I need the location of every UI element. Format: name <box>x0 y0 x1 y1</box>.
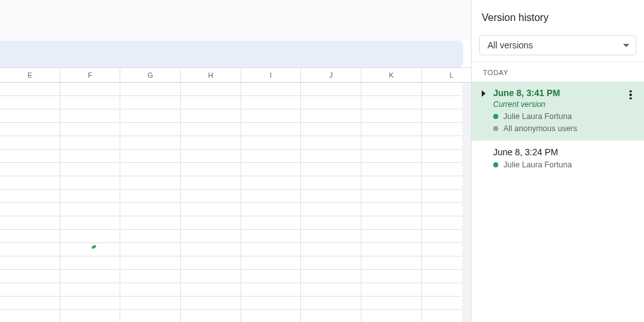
cell[interactable] <box>181 176 241 190</box>
cell[interactable] <box>361 216 422 230</box>
cell[interactable] <box>60 203 121 216</box>
expand-arrow-icon[interactable] <box>482 90 486 97</box>
version-filter-dropdown[interactable]: All versions <box>479 35 636 55</box>
cell[interactable] <box>0 310 60 322</box>
cell[interactable] <box>120 150 181 163</box>
cell[interactable] <box>0 216 60 230</box>
cell[interactable] <box>361 176 422 190</box>
cell[interactable] <box>120 176 181 190</box>
cell[interactable] <box>361 243 422 256</box>
cell[interactable] <box>181 310 241 322</box>
cell[interactable] <box>301 243 361 256</box>
cell[interactable] <box>181 136 241 150</box>
cell[interactable] <box>120 123 181 136</box>
cell[interactable] <box>0 203 60 216</box>
cell[interactable] <box>241 136 302 150</box>
cell[interactable] <box>60 83 121 96</box>
cell[interactable] <box>181 230 241 243</box>
cell[interactable] <box>120 256 181 270</box>
cell[interactable] <box>120 310 181 322</box>
sheet-grid[interactable]: EFGHIJKL <box>0 67 471 322</box>
version-item[interactable]: June 8, 3:41 PMCurrent versionJulie Laur… <box>472 81 644 141</box>
cell[interactable] <box>0 163 60 176</box>
cell[interactable] <box>361 190 422 203</box>
cell[interactable] <box>181 190 241 203</box>
cell[interactable] <box>241 216 302 230</box>
column-header[interactable]: F <box>60 67 121 83</box>
cell[interactable] <box>361 230 422 243</box>
cell[interactable] <box>301 150 361 163</box>
cell[interactable] <box>60 230 121 243</box>
cell[interactable] <box>301 163 361 176</box>
cell[interactable] <box>181 243 241 256</box>
cell[interactable] <box>60 109 121 123</box>
cell[interactable] <box>0 123 60 136</box>
cell[interactable] <box>120 270 181 283</box>
cell[interactable] <box>301 310 361 322</box>
cell[interactable] <box>241 310 302 322</box>
cell[interactable] <box>181 123 241 136</box>
cell[interactable] <box>181 270 241 283</box>
cell[interactable] <box>60 297 121 310</box>
cell[interactable] <box>241 256 302 270</box>
cell[interactable] <box>0 96 60 109</box>
cell[interactable] <box>301 96 361 109</box>
cell[interactable] <box>181 283 241 297</box>
vertical-scrollbar[interactable] <box>462 83 471 322</box>
cell[interactable] <box>0 230 60 243</box>
cell[interactable] <box>120 96 181 109</box>
cell[interactable] <box>241 203 302 216</box>
cell[interactable] <box>60 176 121 190</box>
cell[interactable] <box>301 297 361 310</box>
cell[interactable] <box>361 83 422 96</box>
cell[interactable] <box>241 297 302 310</box>
cell[interactable] <box>60 216 121 230</box>
cell[interactable] <box>0 270 60 283</box>
cell[interactable] <box>301 136 361 150</box>
cell[interactable] <box>301 109 361 123</box>
cell[interactable] <box>361 256 422 270</box>
cell[interactable] <box>241 190 302 203</box>
cell[interactable] <box>0 109 60 123</box>
cell[interactable] <box>301 123 361 136</box>
cell[interactable] <box>0 256 60 270</box>
cell[interactable] <box>60 256 121 270</box>
column-header[interactable]: J <box>301 67 361 83</box>
cell[interactable] <box>120 216 181 230</box>
cell[interactable] <box>120 83 181 96</box>
cell[interactable] <box>361 109 422 123</box>
cell[interactable] <box>0 136 60 150</box>
cell[interactable] <box>0 283 60 297</box>
cell[interactable] <box>361 283 422 297</box>
cell[interactable] <box>361 96 422 109</box>
cell[interactable] <box>241 243 302 256</box>
cell[interactable] <box>120 136 181 150</box>
cell[interactable] <box>181 83 241 96</box>
cell[interactable] <box>241 96 302 109</box>
cell[interactable] <box>301 270 361 283</box>
cell[interactable] <box>241 123 302 136</box>
cell[interactable] <box>60 150 121 163</box>
cell[interactable] <box>301 256 361 270</box>
cell[interactable] <box>60 163 121 176</box>
cell[interactable] <box>301 176 361 190</box>
cell[interactable] <box>60 136 121 150</box>
cell[interactable] <box>361 123 422 136</box>
cell[interactable] <box>181 256 241 270</box>
cell[interactable] <box>241 176 302 190</box>
version-item[interactable]: June 8, 3:24 PMJulie Laura Fortuna <box>472 141 644 177</box>
cell[interactable] <box>181 216 241 230</box>
cell[interactable] <box>241 283 302 297</box>
cell[interactable] <box>60 270 121 283</box>
cell[interactable] <box>60 283 121 297</box>
column-header[interactable]: I <box>241 67 302 83</box>
cell[interactable] <box>181 109 241 123</box>
cell[interactable] <box>60 243 121 256</box>
column-header[interactable]: E <box>0 67 60 83</box>
cell[interactable] <box>120 230 181 243</box>
cell[interactable] <box>120 109 181 123</box>
cell[interactable] <box>181 150 241 163</box>
column-header[interactable]: H <box>181 67 241 83</box>
cell[interactable] <box>181 203 241 216</box>
cell[interactable] <box>181 163 241 176</box>
